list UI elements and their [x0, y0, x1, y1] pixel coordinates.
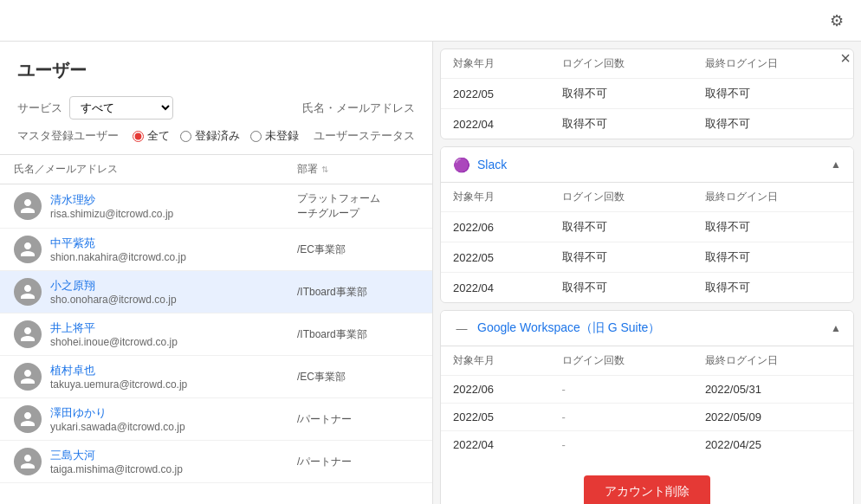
last-login-cell: 取得不可 — [693, 79, 853, 109]
right-panel: × 対象年月 ログイン回数 最終ログイン日 2022/05 取得不可 取得不可 … — [433, 42, 861, 504]
slack-table: 対象年月 ログイン回数 最終ログイン日 2022/06 取得不可 取得不可 20… — [441, 183, 853, 302]
col-last-header: 最終ログイン日 — [693, 183, 853, 212]
user-info: 小之原翔 sho.onohara@itcrowd.co.jp — [50, 278, 297, 306]
radio-registered-label: 登録済み — [195, 128, 240, 144]
list-item: 2022/06 - 2022/05/31 — [441, 376, 853, 404]
month-cell: 2022/04 — [441, 273, 550, 303]
user-dept: /EC事業部 — [297, 370, 418, 384]
slack-name-row: 🟣 Slack — [453, 156, 507, 173]
user-info: 植村卓也 takuya.uemura@itcrowd.co.jp — [50, 363, 297, 391]
filter-row: サービス すべて 氏名・メールアドレス — [17, 96, 415, 120]
user-status-label: ユーザーステータス — [314, 128, 415, 144]
user-dept: /ITboard事業部 — [297, 327, 418, 342]
avatar — [14, 192, 42, 220]
list-item: 2022/04 取得不可 取得不可 — [441, 273, 853, 303]
radio-registered[interactable]: 登録済み — [180, 128, 240, 144]
avatar — [14, 320, 42, 348]
radio-all[interactable]: 全て — [133, 128, 170, 144]
user-name: 澤田ゆかり — [50, 405, 297, 421]
google-name: Google Workspace（旧 G Suite） — [477, 320, 660, 336]
month-cell: 2022/05 — [441, 79, 550, 109]
google-section: — Google Workspace（旧 G Suite） ▲ 対象年月 ログイ… — [440, 310, 854, 504]
user-name: 清水理紗 — [50, 192, 297, 208]
last-login-cell: 取得不可 — [693, 212, 853, 242]
table-row[interactable]: 井上将平 shohei.inoue@itcrowd.co.jp /ITboard… — [0, 313, 432, 356]
avatar — [14, 278, 42, 306]
user-info: 中平紫苑 shion.nakahira@itcrowd.co.jp — [50, 236, 297, 263]
left-panel: ユーザー サービス すべて 氏名・メールアドレス マスタ登録ユーザー 全て 登録… — [0, 42, 433, 504]
radio-group: 全て 登録済み 未登録 — [133, 128, 299, 144]
table-row[interactable]: 中平紫苑 shion.nakahira@itcrowd.co.jp /EC事業部 — [0, 229, 432, 271]
list-item: 2022/04 - 2022/04/25 — [441, 431, 853, 459]
user-dept: /パートナー — [297, 455, 418, 469]
user-list: 氏名／メールアドレス 部署 ⇅ 清水理紗 risa.shimizu@itcrow… — [0, 155, 432, 504]
list-item: 2022/06 取得不可 取得不可 — [441, 212, 853, 242]
user-name: 小之原翔 — [50, 278, 297, 294]
col-login-header: ログイン回数 — [550, 49, 693, 79]
slack-icon: 🟣 — [453, 156, 470, 173]
table-row[interactable]: 清水理紗 risa.shimizu@itcrowd.co.jp プラットフォーム… — [0, 184, 432, 229]
last-login-cell: 2022/05/31 — [693, 376, 853, 404]
user-name: 中平紫苑 — [50, 236, 297, 251]
radio-unregistered[interactable]: 未登録 — [250, 128, 299, 144]
last-login-cell: 2022/04/25 — [693, 431, 853, 459]
login-count-cell: - — [550, 376, 693, 404]
last-login-cell: 取得不可 — [693, 242, 853, 273]
login-count-cell: - — [550, 404, 693, 431]
col-dept-header: 部署 ⇅ — [297, 162, 418, 177]
avatar — [14, 363, 42, 391]
login-count-cell: 取得不可 — [550, 79, 693, 109]
gear-icon[interactable]: ⚙ — [830, 11, 844, 30]
login-count-cell: 取得不可 — [550, 242, 693, 273]
name-mail-label: 氏名・メールアドレス — [302, 100, 415, 116]
user-email: risa.shimizu@itcrowd.co.jp — [50, 208, 297, 220]
month-cell: 2022/04 — [441, 109, 550, 139]
chevron-up-icon: ▲ — [831, 322, 841, 334]
google-name-row: — Google Workspace（旧 G Suite） — [453, 320, 660, 337]
table-row[interactable]: 澤田ゆかり yukari.sawada@itcrowd.co.jp /パートナー — [0, 398, 432, 441]
table-row[interactable]: 三島大河 taiga.mishima@itcrowd.co.jp /パートナー — [0, 441, 432, 483]
user-info: 清水理紗 risa.shimizu@itcrowd.co.jp — [50, 192, 297, 220]
google-header[interactable]: — Google Workspace（旧 G Suite） ▲ — [441, 311, 853, 346]
service-label: サービス — [17, 100, 62, 116]
col-month-header: 対象年月 — [441, 346, 550, 376]
user-name: 三島大河 — [50, 448, 297, 463]
user-list-header: 氏名／メールアドレス 部署 ⇅ — [0, 155, 432, 184]
left-panel-header: ユーザー サービス すべて 氏名・メールアドレス マスタ登録ユーザー 全て 登録… — [0, 42, 432, 144]
user-email: sho.onohara@itcrowd.co.jp — [50, 294, 297, 306]
list-item: 2022/05 - 2022/05/09 — [441, 404, 853, 431]
avatar — [14, 236, 42, 263]
partial-table: 対象年月 ログイン回数 最終ログイン日 2022/05 取得不可 取得不可 20… — [441, 49, 853, 139]
user-info: 井上将平 shohei.inoue@itcrowd.co.jp — [50, 320, 297, 348]
last-login-cell: 取得不可 — [693, 109, 853, 139]
user-name: 植村卓也 — [50, 363, 297, 378]
partial-top-section: 対象年月 ログイン回数 最終ログイン日 2022/05 取得不可 取得不可 20… — [440, 48, 854, 139]
radio-unregistered-label: 未登録 — [265, 128, 299, 144]
slack-header[interactable]: 🟣 Slack ▲ — [441, 147, 853, 183]
sort-icon[interactable]: ⇅ — [321, 165, 328, 174]
table-row[interactable]: 植村卓也 takuya.uemura@itcrowd.co.jp /EC事業部 — [0, 356, 432, 398]
login-count-cell: 取得不可 — [550, 212, 693, 242]
list-item: 2022/05 取得不可 取得不可 — [441, 242, 853, 273]
col-month-header: 対象年月 — [441, 183, 550, 212]
col-last-header: 最終ログイン日 — [693, 346, 853, 376]
slack-name: Slack — [477, 158, 507, 171]
avatar — [14, 448, 42, 475]
month-cell: 2022/05 — [441, 242, 550, 273]
table-row[interactable]: 小之原翔 sho.onohara@itcrowd.co.jp /ITboard事… — [0, 271, 432, 313]
slack-section: 🟣 Slack ▲ 対象年月 ログイン回数 最終ログイン日 2022/06 取得… — [440, 146, 854, 303]
page-title: ユーザー — [17, 59, 415, 82]
google-table: 対象年月 ログイン回数 最終ログイン日 2022/06 - 2022/05/31… — [441, 346, 853, 458]
close-button[interactable]: × — [840, 48, 851, 68]
col-login-header: ログイン回数 — [550, 183, 693, 212]
google-icon: — — [453, 320, 470, 337]
master-label: マスタ登録ユーザー — [17, 128, 119, 144]
delete-account-button[interactable]: アカウント削除 — [584, 475, 710, 504]
list-item: 2022/04 取得不可 取得不可 — [441, 109, 853, 139]
month-cell: 2022/06 — [441, 212, 550, 242]
user-dept: プラットフォーム ーチグループ — [297, 191, 418, 221]
service-select[interactable]: すべて — [69, 96, 173, 120]
user-email: takuya.uemura@itcrowd.co.jp — [50, 378, 297, 391]
last-login-cell: 2022/05/09 — [693, 404, 853, 431]
month-cell: 2022/04 — [441, 431, 550, 459]
